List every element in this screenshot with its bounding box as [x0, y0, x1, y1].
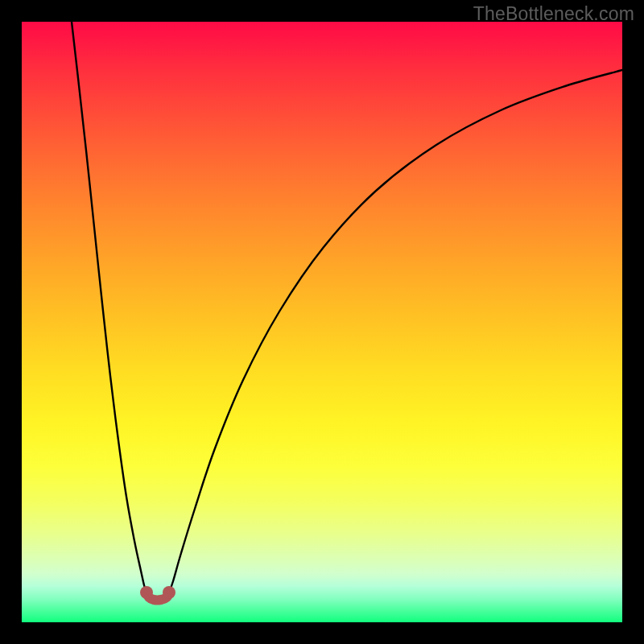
chart-frame: TheBottleneck.com [0, 0, 644, 644]
bottleneck-curve [22, 22, 622, 622]
watermark-text: TheBottleneck.com [473, 3, 634, 25]
plot-area [22, 22, 622, 622]
curve-right-branch [169, 70, 622, 592]
curve-left-branch [72, 22, 147, 592]
valley-endpoint-right [163, 586, 175, 599]
valley-endpoint-left [140, 586, 153, 599]
